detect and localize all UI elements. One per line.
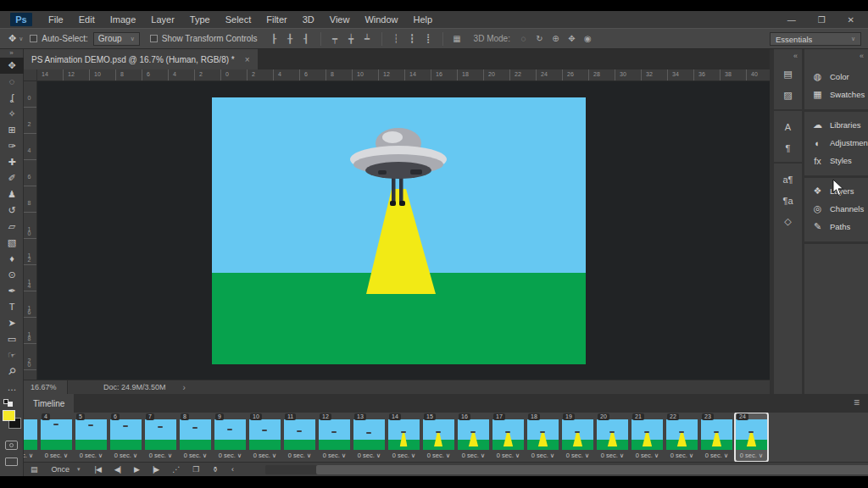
- frame-6[interactable]: 60 sec. ∨: [110, 413, 142, 461]
- paragraph-icon[interactable]: ¶: [774, 137, 802, 158]
- status-chevron-icon[interactable]: ›: [183, 383, 186, 392]
- menu-window[interactable]: Window: [357, 14, 405, 25]
- frame-14[interactable]: 140 sec. ∨: [388, 413, 420, 461]
- character-styles-icon[interactable]: a¶: [774, 169, 802, 190]
- frame-duration-select[interactable]: 0 sec. ∨: [319, 452, 350, 459]
- menu-help[interactable]: Help: [406, 14, 441, 25]
- canvas[interactable]: [212, 97, 586, 364]
- frame-24[interactable]: 240 sec. ∨: [736, 413, 767, 461]
- quick-selection-tool[interactable]: ✧: [0, 106, 24, 122]
- align-icon-1-2[interactable]: ┷: [362, 34, 373, 43]
- spot-healing-tool[interactable]: ✚: [0, 154, 24, 170]
- brush-tool[interactable]: ✐: [0, 170, 24, 186]
- frame-duration-select[interactable]: 0 sec. ∨: [632, 452, 663, 459]
- grid-icon[interactable]: ▦: [452, 34, 463, 43]
- frame-duration-select[interactable]: 0 sec. ∨: [110, 452, 142, 459]
- align-icon-0-2[interactable]: ┨: [301, 34, 312, 43]
- slide-3d-icon[interactable]: ✥: [566, 34, 577, 43]
- frame-duration-select[interactable]: 0 sec. ∨: [75, 452, 107, 459]
- auto-select-checkbox[interactable]: [30, 35, 37, 42]
- marquee-tool[interactable]: ◌: [0, 74, 24, 90]
- panel-button-styles[interactable]: fxStyles: [804, 152, 868, 169]
- menu-filter[interactable]: Filter: [259, 14, 294, 25]
- frame-duration-select[interactable]: 0 sec. ∨: [492, 452, 524, 459]
- play-button[interactable]: ▶: [134, 465, 139, 474]
- panel-button-adjustments[interactable]: ◐Adjustments: [804, 134, 868, 152]
- align-icon-0-0[interactable]: ┠: [269, 34, 280, 43]
- history-icon[interactable]: ▤: [774, 64, 802, 85]
- menu-select[interactable]: Select: [218, 14, 259, 25]
- restore-button[interactable]: ❐: [818, 15, 826, 25]
- default-colors-icon[interactable]: [3, 399, 13, 407]
- panel-button-paths[interactable]: ✎Paths: [804, 218, 868, 236]
- duplicate-frame-button[interactable]: ❐: [192, 465, 198, 474]
- frame-17[interactable]: 170 sec. ∨: [492, 413, 524, 461]
- frame-5[interactable]: 50 sec. ∨: [75, 413, 107, 461]
- frame-duration-select[interactable]: 0 sec. ∨: [24, 452, 37, 459]
- frame-16[interactable]: 160 sec. ∨: [458, 413, 489, 461]
- frame-13[interactable]: 130 sec. ∨: [353, 413, 385, 461]
- menu-image[interactable]: Image: [103, 14, 144, 25]
- frame-duration-select[interactable]: 0 sec. ∨: [353, 452, 385, 459]
- quick-mask-button[interactable]: [5, 441, 18, 450]
- frame-7[interactable]: 70 sec. ∨: [145, 413, 176, 461]
- screen-mode-button[interactable]: [5, 458, 18, 466]
- close-icon[interactable]: ×: [245, 55, 250, 64]
- align-icon-0-1[interactable]: ╂: [285, 34, 296, 43]
- history-brush-tool[interactable]: ↺: [0, 202, 24, 219]
- character-icon[interactable]: A: [774, 116, 802, 137]
- type-tool[interactable]: T: [0, 299, 24, 315]
- frame-23[interactable]: 230 sec. ∨: [701, 413, 732, 461]
- menu-3d[interactable]: 3D: [295, 14, 322, 25]
- foreground-color-swatch[interactable]: [3, 410, 15, 421]
- frame-19[interactable]: 190 sec. ∨: [562, 413, 593, 461]
- frame-21[interactable]: 210 sec. ∨: [632, 413, 663, 461]
- first-frame-button[interactable]: |◀: [95, 465, 101, 474]
- menu-type[interactable]: Type: [182, 14, 218, 25]
- panel-button-libraries[interactable]: ☁Libraries: [804, 116, 868, 134]
- frame-duration-select[interactable]: 0 sec. ∨: [701, 452, 732, 459]
- device-preview-icon[interactable]: ▨: [774, 85, 802, 106]
- roll-3d-icon[interactable]: ↻: [534, 34, 545, 43]
- move-tool[interactable]: ✥: [0, 58, 24, 74]
- tween-button[interactable]: ⋰: [172, 465, 179, 474]
- timeline-scrollbar[interactable]: [265, 465, 861, 474]
- delete-frame-button[interactable]: ⚱: [212, 465, 218, 474]
- panel-button-channels[interactable]: ◎Channels: [804, 200, 868, 218]
- align-icon-2-2[interactable]: ┋: [423, 34, 434, 43]
- frame-duration-select[interactable]: 0 sec. ∨: [597, 452, 628, 459]
- frame-duration-select[interactable]: 0 sec. ∨: [180, 452, 211, 459]
- align-icon-2-0[interactable]: ┆: [391, 34, 402, 43]
- convert-to-video-timeline-button[interactable]: ▤: [31, 465, 37, 474]
- frame-22[interactable]: 220 sec. ∨: [666, 413, 698, 461]
- show-transform-checkbox[interactable]: [150, 35, 158, 42]
- frame-duration-select[interactable]: 0 sec. ∨: [736, 452, 767, 459]
- collapse-panels-icon[interactable]: «: [804, 49, 868, 64]
- frame-duration-select[interactable]: 0 sec. ∨: [562, 452, 593, 459]
- frame-duration-select[interactable]: 0 sec. ∨: [249, 452, 281, 459]
- orbit-3d-icon[interactable]: ◌: [518, 34, 529, 43]
- frame-duration-select[interactable]: 0 sec. ∨: [145, 452, 176, 459]
- frame-4[interactable]: 40 sec. ∨: [41, 413, 72, 461]
- path-selection-tool[interactable]: ➤: [0, 315, 24, 331]
- zoom-level-field[interactable]: 16.67%: [24, 380, 68, 394]
- frame-18[interactable]: 180 sec. ∨: [527, 413, 559, 461]
- document-tab[interactable]: PS Animation DEMO.psd @ 16.7% (Human, RG…: [24, 49, 258, 69]
- frame-duration-select[interactable]: 0 sec. ∨: [284, 452, 315, 459]
- paragraph-styles-icon[interactable]: ¶a: [774, 190, 802, 211]
- frame-duration-select[interactable]: 0 sec. ∨: [214, 452, 246, 459]
- panel-menu-icon[interactable]: ≡: [854, 396, 860, 408]
- shape-tool[interactable]: ▭: [0, 331, 24, 347]
- frame-11[interactable]: 110 sec. ∨: [284, 413, 315, 461]
- next-frame-button[interactable]: |▶: [153, 465, 159, 474]
- menu-layer[interactable]: Layer: [143, 14, 182, 25]
- expand-tools-icon[interactable]: »: [0, 49, 23, 58]
- frame-3[interactable]: 30 sec. ∨: [24, 413, 37, 461]
- frame-duration-select[interactable]: 0 sec. ∨: [423, 452, 454, 459]
- panel-button-swatches[interactable]: ▦Swatches: [804, 86, 868, 103]
- dodge-tool[interactable]: ⊙: [0, 267, 24, 283]
- frame-15[interactable]: 150 sec. ∨: [423, 413, 454, 461]
- eraser-tool[interactable]: ▱: [0, 219, 24, 235]
- align-icon-1-0[interactable]: ┯: [330, 34, 341, 43]
- lasso-tool[interactable]: ʆ: [0, 90, 24, 106]
